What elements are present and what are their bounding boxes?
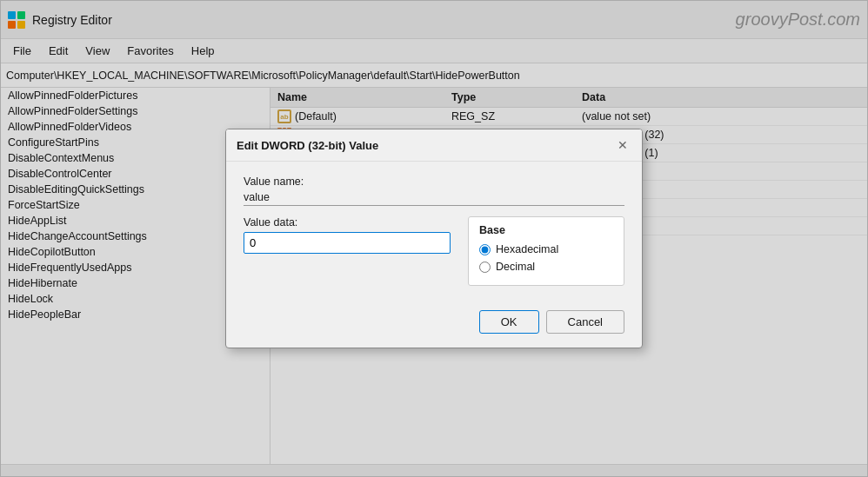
dialog-title: Edit DWORD (32-bit) Value: [237, 139, 378, 152]
ok-button[interactable]: OK: [479, 310, 539, 334]
modal-overlay: Edit DWORD (32-bit) Value ✕ Value name: …: [1, 1, 867, 476]
dialog-left: Value data:: [244, 216, 451, 254]
dialog-title-bar: Edit DWORD (32-bit) Value ✕: [226, 129, 642, 162]
cancel-button[interactable]: Cancel: [546, 310, 624, 334]
decimal-option[interactable]: Decimal: [479, 261, 613, 273]
edit-dword-dialog: Edit DWORD (32-bit) Value ✕ Value name: …: [225, 129, 643, 348]
value-data-input[interactable]: [244, 232, 451, 254]
dialog-row: Value data: Base Hexadecimal: [244, 216, 624, 286]
hexadecimal-radio[interactable]: [479, 244, 491, 255]
decimal-radio[interactable]: [479, 262, 491, 273]
decimal-label: Decimal: [496, 261, 535, 273]
hexadecimal-label: Hexadecimal: [496, 243, 558, 255]
registry-editor-window: Registry Editor groovyPost.com File Edit…: [0, 0, 868, 477]
value-name-display: value: [244, 191, 624, 206]
base-group: Base Hexadecimal Decimal: [468, 216, 624, 286]
dialog-content: Value name: value Value data: Base Hexad…: [226, 162, 642, 300]
base-group-container: Base Hexadecimal Decimal: [468, 216, 624, 286]
base-label: Base: [479, 224, 613, 236]
value-name-label: Value name:: [244, 176, 624, 188]
hexadecimal-option[interactable]: Hexadecimal: [479, 243, 613, 255]
value-data-label: Value data:: [244, 216, 451, 229]
dialog-buttons: OK Cancel: [226, 300, 642, 348]
dialog-close-button[interactable]: ✕: [614, 136, 631, 154]
